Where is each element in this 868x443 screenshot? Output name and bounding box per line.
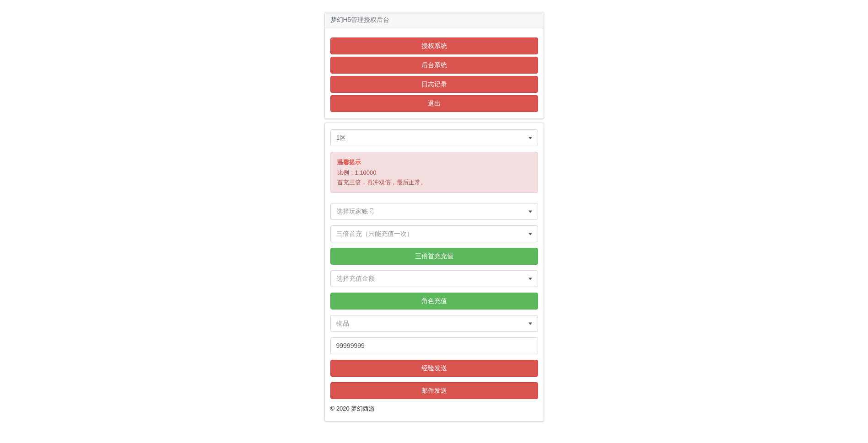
exp-send-button[interactable]: 经验发送 [330, 360, 538, 377]
item-placeholder: 物品 [336, 320, 349, 327]
main-card: 1区 温馨提示 比例：1:10000 首充三倍，再冲双倍，最后正常。 选择玩家账… [324, 123, 544, 422]
alert-tip: 温馨提示 比例：1:10000 首充三倍，再冲双倍，最后正常。 [330, 152, 538, 193]
alert-line-2: 首充三倍，再冲双倍，最后正常。 [337, 178, 531, 187]
alert-line-1: 比例：1:10000 [337, 168, 531, 178]
auth-system-button[interactable]: 授权系统 [330, 37, 538, 54]
player-account-placeholder: 选择玩家账号 [336, 208, 375, 215]
logout-button[interactable]: 退出 [330, 95, 538, 112]
first-charge-value: 三倍首充（只能充值一次） [336, 230, 413, 237]
player-account-select[interactable]: 选择玩家账号 [330, 203, 538, 220]
first-charge-select[interactable]: 三倍首充（只能充值一次） [330, 225, 538, 242]
chevron-down-icon [528, 137, 532, 139]
chevron-down-icon [528, 322, 532, 325]
chevron-down-icon [528, 278, 532, 280]
zone-select-value: 1区 [336, 134, 346, 141]
chevron-down-icon [528, 233, 532, 235]
recharge-amount-placeholder: 选择充值金额 [336, 275, 375, 282]
item-select[interactable]: 物品 [330, 315, 538, 332]
chevron-down-icon [528, 210, 532, 213]
card-title: 梦幻H5管理授权后台 [325, 12, 544, 28]
mail-send-button[interactable]: 邮件发送 [330, 382, 538, 399]
zone-select[interactable]: 1区 [330, 129, 538, 146]
role-recharge-button[interactable]: 角色充值 [330, 293, 538, 310]
nav-card: 梦幻H5管理授权后台 授权系统 后台系统 日志记录 退出 [324, 12, 544, 119]
recharge-amount-select[interactable]: 选择充值金额 [330, 270, 538, 287]
triple-recharge-button[interactable]: 三倍首充充值 [330, 248, 538, 265]
alert-title: 温馨提示 [337, 158, 531, 167]
backend-system-button[interactable]: 后台系统 [330, 57, 538, 74]
quantity-input[interactable] [330, 337, 538, 354]
footer-copyright: © 2020 梦幻西游 [330, 403, 538, 416]
log-records-button[interactable]: 日志记录 [330, 76, 538, 93]
